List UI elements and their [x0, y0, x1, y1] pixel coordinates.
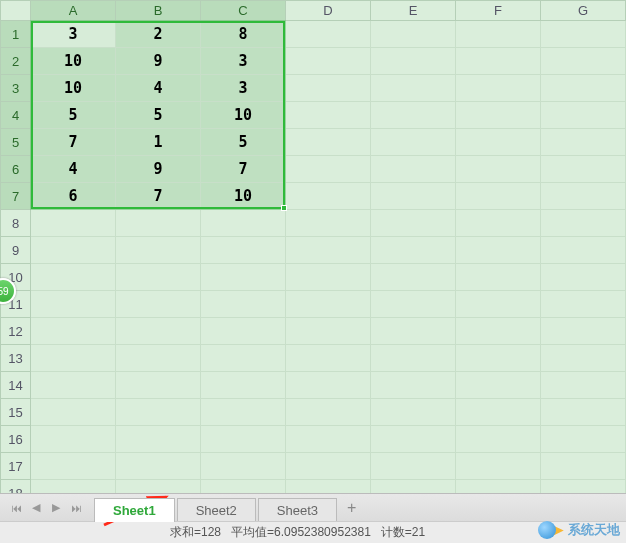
cell-D4[interactable]	[286, 102, 371, 129]
row-header-18[interactable]: 18	[1, 480, 31, 494]
cell-A5[interactable]: 7	[31, 129, 116, 156]
col-header-C[interactable]: C	[201, 1, 286, 21]
cell-B1[interactable]: 2	[116, 21, 201, 48]
cell-F3[interactable]	[456, 75, 541, 102]
cell-A6[interactable]: 4	[31, 156, 116, 183]
cell-D3[interactable]	[286, 75, 371, 102]
cell-F2[interactable]	[456, 48, 541, 75]
cell-F4[interactable]	[456, 102, 541, 129]
cell-F7[interactable]	[456, 183, 541, 210]
cell-C6[interactable]: 7	[201, 156, 286, 183]
row-header-3[interactable]: 3	[1, 75, 31, 102]
nav-first-icon[interactable]: ⏮	[8, 500, 24, 516]
nav-next-icon[interactable]: ▶	[48, 500, 64, 516]
cell-C4[interactable]: 10	[201, 102, 286, 129]
col-header-D[interactable]: D	[286, 1, 371, 21]
cell-E5[interactable]	[371, 129, 456, 156]
cell-G1[interactable]	[541, 21, 626, 48]
cell-F1[interactable]	[456, 21, 541, 48]
cell-E1[interactable]	[371, 21, 456, 48]
cell-E6[interactable]	[371, 156, 456, 183]
cell-A7[interactable]: 6	[31, 183, 116, 210]
cell-F5[interactable]	[456, 129, 541, 156]
cell-D1[interactable]	[286, 21, 371, 48]
cell-F6[interactable]	[456, 156, 541, 183]
col-header-F[interactable]: F	[456, 1, 541, 21]
spreadsheet-grid[interactable]: A B C D E F G 1 3 2 8 2 10 9 3	[0, 0, 626, 493]
status-sum: 求和=128	[170, 524, 221, 541]
cell-G3[interactable]	[541, 75, 626, 102]
tab-sheet1[interactable]: Sheet1	[94, 498, 175, 522]
cell-B4[interactable]: 5	[116, 102, 201, 129]
cell-D2[interactable]	[286, 48, 371, 75]
col-header-E[interactable]: E	[371, 1, 456, 21]
cell-G5[interactable]	[541, 129, 626, 156]
cell-G4[interactable]	[541, 102, 626, 129]
cell-B3[interactable]: 4	[116, 75, 201, 102]
row-header-14[interactable]: 14	[1, 372, 31, 399]
cell-E7[interactable]	[371, 183, 456, 210]
cell-E3[interactable]	[371, 75, 456, 102]
cell-D6[interactable]	[286, 156, 371, 183]
cell-D5[interactable]	[286, 129, 371, 156]
tab-sheet2[interactable]: Sheet2	[177, 498, 256, 522]
row-header-17[interactable]: 17	[1, 453, 31, 480]
status-avg: 平均值=6.0952380952381	[231, 524, 371, 541]
col-header-A[interactable]: A	[31, 1, 116, 21]
cell-C2[interactable]: 3	[201, 48, 286, 75]
cell-A1[interactable]: 3	[31, 21, 116, 48]
cell-B7[interactable]: 7	[116, 183, 201, 210]
cell-D7[interactable]	[286, 183, 371, 210]
cell-A4[interactable]: 5	[31, 102, 116, 129]
row-header-5[interactable]: 5	[1, 129, 31, 156]
row-header-15[interactable]: 15	[1, 399, 31, 426]
col-header-B[interactable]: B	[116, 1, 201, 21]
row-header-4[interactable]: 4	[1, 102, 31, 129]
watermark: ➤ 系统天地	[538, 521, 620, 539]
add-sheet-button[interactable]: +	[337, 495, 366, 521]
cell-B5[interactable]: 1	[116, 129, 201, 156]
tab-sheet3[interactable]: Sheet3	[258, 498, 337, 522]
cell-G2[interactable]	[541, 48, 626, 75]
col-header-G[interactable]: G	[541, 1, 626, 21]
cell-C3[interactable]: 3	[201, 75, 286, 102]
cell-B6[interactable]: 9	[116, 156, 201, 183]
globe-icon	[538, 521, 556, 539]
nav-prev-icon[interactable]: ◀	[28, 500, 44, 516]
cell-A2[interactable]: 10	[31, 48, 116, 75]
select-all-corner[interactable]	[1, 1, 31, 21]
cell-G6[interactable]	[541, 156, 626, 183]
sheet-tabbar: ⏮ ◀ ▶ ⏭ Sheet1 Sheet2 Sheet3 +	[0, 493, 626, 521]
row-header-8[interactable]: 8	[1, 210, 31, 237]
row-header-1[interactable]: 1	[1, 21, 31, 48]
status-bar: 求和=128 平均值=6.0952380952381 计数=21	[0, 521, 626, 543]
cell-E4[interactable]	[371, 102, 456, 129]
row-header-9[interactable]: 9	[1, 237, 31, 264]
watermark-text: 系统天地	[568, 521, 620, 539]
nav-last-icon[interactable]: ⏭	[68, 500, 84, 516]
cell-G7[interactable]	[541, 183, 626, 210]
row-header-7[interactable]: 7	[1, 183, 31, 210]
row-header-12[interactable]: 12	[1, 318, 31, 345]
cell-C7[interactable]: 10	[201, 183, 286, 210]
cell-C5[interactable]: 5	[201, 129, 286, 156]
row-header-13[interactable]: 13	[1, 345, 31, 372]
cell-A3[interactable]: 10	[31, 75, 116, 102]
row-header-16[interactable]: 16	[1, 426, 31, 453]
row-header-6[interactable]: 6	[1, 156, 31, 183]
status-count: 计数=21	[381, 524, 425, 541]
cell-C1[interactable]: 8	[201, 21, 286, 48]
row-header-2[interactable]: 2	[1, 48, 31, 75]
cell-E2[interactable]	[371, 48, 456, 75]
cell-B2[interactable]: 9	[116, 48, 201, 75]
